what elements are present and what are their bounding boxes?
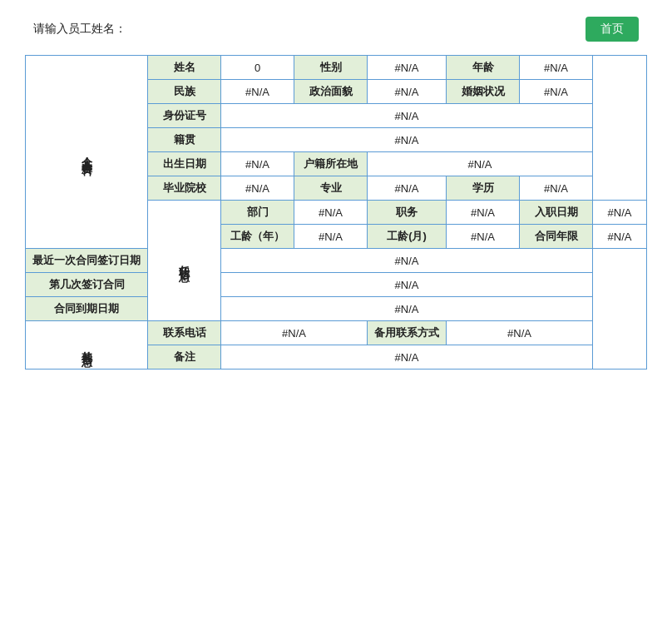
- ethnicity-value: #N/A: [221, 80, 294, 104]
- seniority-month-label: 工龄(月): [368, 225, 447, 249]
- position-label: 职务: [368, 201, 447, 225]
- section-personal: 个人基本资料: [26, 56, 148, 249]
- native-value: #N/A: [221, 128, 593, 152]
- entry-date-label: 入职日期: [520, 201, 593, 225]
- education-value: #N/A: [520, 176, 593, 201]
- entry-date-value: #N/A: [593, 201, 647, 225]
- seniority-year-label: 工龄（年）: [221, 225, 294, 249]
- table-row: 合同到期日期 #N/A: [26, 297, 647, 321]
- contract-count-label: 第几次签订合同: [26, 273, 148, 297]
- id-label: 身份证号: [148, 104, 221, 128]
- contract-count-value: #N/A: [221, 273, 593, 297]
- birth-label: 出生日期: [148, 152, 221, 176]
- table-row: 其他信息 联系电话 #N/A 备用联系方式 #N/A: [26, 321, 647, 345]
- header: 请输入员工姓名： 首页: [25, 17, 647, 42]
- name-value: 0: [221, 56, 294, 80]
- age-value: #N/A: [520, 56, 593, 80]
- gender-value: #N/A: [368, 56, 447, 80]
- political-value: #N/A: [368, 80, 447, 104]
- phone-label: 联系电话: [148, 321, 221, 345]
- age-label: 年龄: [447, 56, 520, 80]
- school-value: #N/A: [221, 176, 294, 201]
- note-label: 备注: [148, 345, 221, 370]
- name-label: 姓名: [148, 56, 221, 80]
- last-contract-label: 最近一次合同签订日期: [26, 249, 148, 273]
- table-row: 最近一次合同签订日期 #N/A: [26, 249, 647, 273]
- employee-info-table: 个人基本资料 姓名 0 性别 #N/A 年龄 #N/A 民族 #N/A 政治面貌…: [25, 55, 647, 370]
- major-value: #N/A: [368, 176, 447, 201]
- marital-label: 婚姻状况: [447, 80, 520, 104]
- political-label: 政治面貌: [294, 80, 368, 104]
- household-value: #N/A: [368, 152, 593, 176]
- school-label: 毕业院校: [148, 176, 221, 201]
- seniority-month-value: #N/A: [447, 225, 520, 249]
- contract-years-label: 合同年限: [520, 225, 593, 249]
- major-label: 专业: [294, 176, 368, 201]
- phone-value: #N/A: [221, 321, 368, 345]
- position-value: #N/A: [447, 201, 520, 225]
- section-other: 其他信息: [26, 321, 148, 370]
- dept-value: #N/A: [294, 201, 368, 225]
- contract-years-value: #N/A: [593, 225, 647, 249]
- backup-contact-value: #N/A: [447, 321, 593, 345]
- note-value: #N/A: [221, 345, 593, 370]
- seniority-year-value: #N/A: [294, 225, 368, 249]
- native-label: 籍贯: [148, 128, 221, 152]
- household-label: 户籍所在地: [294, 152, 368, 176]
- table-row: 第几次签订合同 #N/A: [26, 273, 647, 297]
- section-employment: 任职信息: [148, 201, 221, 321]
- table-row: 个人基本资料 姓名 0 性别 #N/A 年龄 #N/A: [26, 56, 647, 80]
- marital-value: #N/A: [520, 80, 593, 104]
- backup-contact-label: 备用联系方式: [368, 321, 447, 345]
- dept-label: 部门: [221, 201, 294, 225]
- ethnicity-label: 民族: [148, 80, 221, 104]
- last-contract-value: #N/A: [221, 249, 593, 273]
- id-value: #N/A: [221, 104, 593, 128]
- gender-label: 性别: [294, 56, 368, 80]
- contract-end-label: 合同到期日期: [26, 297, 148, 321]
- birth-value: #N/A: [221, 152, 294, 176]
- input-label: 请输入员工姓名：: [33, 22, 126, 37]
- home-button[interactable]: 首页: [586, 17, 639, 42]
- contract-end-value: #N/A: [221, 297, 593, 321]
- education-label: 学历: [447, 176, 520, 201]
